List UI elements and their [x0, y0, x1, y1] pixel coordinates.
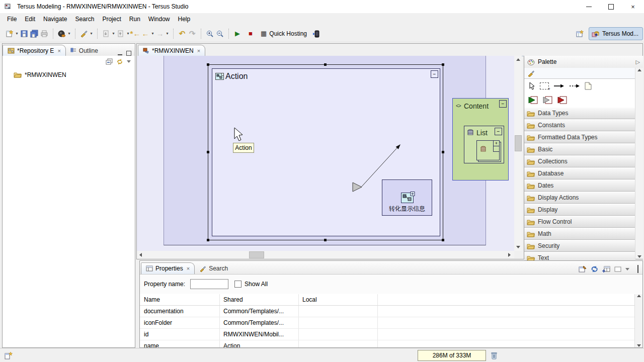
dotted-arrow-tool-icon[interactable]	[569, 83, 580, 88]
table-row-iconfolder[interactable]: iconFolder Common/Templates/...	[140, 317, 635, 329]
menu-edit[interactable]: Edit	[21, 14, 39, 24]
editor-horizontal-scrollbar[interactable]	[137, 251, 514, 258]
view-menu-icon[interactable]	[127, 60, 131, 63]
table-row-documentation[interactable]: documentation Common/Templates/...	[140, 306, 635, 317]
undo-icon[interactable]: ↶	[177, 28, 187, 39]
palette-category-display-actions[interactable]: Display Actions	[524, 192, 635, 204]
menu-window[interactable]: Window	[144, 14, 174, 24]
add-table-icon[interactable]	[602, 265, 610, 273]
open-perspective-icon[interactable]	[576, 30, 585, 38]
selection-handle[interactable]	[207, 151, 209, 153]
selection-handle[interactable]	[442, 63, 444, 66]
back-dropdown-icon[interactable]: ▾	[150, 31, 155, 36]
selection-handle[interactable]	[324, 63, 327, 66]
run-icon[interactable]: ▶	[232, 28, 243, 39]
minimize-button[interactable]	[578, 0, 600, 13]
perspective-tersus-modeling-button[interactable]: Tersus Mod...	[589, 27, 643, 40]
refresh-icon[interactable]	[116, 58, 123, 65]
show-columns-icon[interactable]	[614, 266, 621, 273]
tab-search[interactable]: Search	[195, 263, 232, 274]
list-inner-element[interactable]: +	[476, 140, 500, 160]
view-menu-icon[interactable]	[625, 268, 629, 270]
palette-category-flow-control[interactable]: Flow Control	[524, 216, 635, 228]
selection-handle[interactable]	[442, 239, 444, 241]
palette-active-tool-row[interactable]	[524, 68, 635, 79]
previous-annotation-icon[interactable]	[116, 28, 126, 39]
palette-category-basic[interactable]: Basic	[524, 143, 635, 155]
stop-icon[interactable]: ■	[246, 28, 256, 39]
refresh-view-icon[interactable]	[591, 265, 598, 273]
content-element[interactable]: <> Content − List −	[452, 98, 509, 180]
save-all-icon[interactable]	[29, 28, 39, 39]
exit-neutral-tool-icon[interactable]	[543, 96, 553, 104]
table-row-name[interactable]: name Action	[140, 340, 635, 347]
collapse-all-icon[interactable]	[106, 58, 113, 65]
menu-project[interactable]: Project	[98, 14, 125, 24]
pin-view-icon[interactable]	[579, 265, 587, 273]
back-icon[interactable]: ←	[140, 28, 150, 39]
maximize-button[interactable]	[600, 0, 622, 13]
menu-file[interactable]: File	[3, 14, 21, 24]
selection-handle[interactable]	[207, 239, 209, 241]
scroll-down-icon[interactable]	[514, 243, 522, 251]
scroll-left-icon[interactable]	[137, 251, 144, 258]
tab-close-icon[interactable]: ×	[57, 48, 60, 54]
note-tool-icon[interactable]	[585, 82, 592, 90]
next-annotation-dropdown-icon[interactable]: ▾	[111, 31, 116, 36]
selection-handle[interactable]	[324, 239, 327, 241]
exit-success-tool-icon[interactable]	[528, 96, 538, 104]
tab-properties[interactable]: Properties ×	[141, 262, 195, 274]
scrollbar-thumb[interactable]	[249, 251, 264, 258]
zoom-out-icon[interactable]	[215, 28, 225, 39]
palette-category-math[interactable]: Math	[524, 228, 635, 240]
last-edit-location-icon[interactable]: *←	[130, 28, 140, 39]
new-dropdown-icon[interactable]: ▾	[15, 31, 19, 36]
tab-repository-explorer[interactable]: *Repository E ×	[3, 45, 66, 56]
model-canvas[interactable]: Action − <> Content − List −	[137, 56, 514, 251]
palette-category-security[interactable]: Security	[524, 240, 635, 252]
redo-icon[interactable]: ↷	[187, 28, 197, 39]
view-minimize-icon[interactable]	[117, 50, 123, 56]
editor-vertical-scrollbar[interactable]	[514, 56, 522, 251]
table-row-id[interactable]: id RMWXINWEN/Mobil...	[140, 329, 635, 340]
view-maximize-icon[interactable]	[637, 265, 638, 273]
palette-scrollbar[interactable]	[635, 68, 643, 259]
scroll-right-icon[interactable]	[506, 251, 513, 258]
search-dropdown-icon[interactable]: ▾	[89, 31, 94, 36]
forward-icon[interactable]: →	[155, 28, 165, 39]
scroll-down-icon[interactable]	[637, 255, 641, 258]
scroll-up-icon[interactable]	[514, 56, 522, 63]
next-annotation-icon[interactable]	[101, 28, 111, 39]
column-header-name[interactable]: Name	[140, 294, 220, 305]
database-run-dropdown-icon[interactable]: ▾	[67, 31, 71, 36]
palette-category-dates[interactable]: Dates	[524, 179, 635, 192]
menu-search[interactable]: Search	[71, 14, 98, 24]
palette-category-formatted-data-types[interactable]: Formatted Data Types	[524, 131, 635, 143]
selection-handle[interactable]	[442, 151, 444, 153]
fast-view-icon[interactable]	[4, 351, 13, 359]
scrollbar-thumb[interactable]	[515, 135, 522, 151]
selection-handle[interactable]	[207, 63, 209, 66]
menu-navigate[interactable]: Navigate	[39, 14, 71, 24]
garbage-collect-button[interactable]	[489, 350, 499, 360]
print-icon[interactable]	[39, 28, 49, 39]
tab-outline[interactable]: Outline	[66, 45, 103, 56]
new-wizard-icon[interactable]	[5, 28, 15, 39]
quick-hosting-button[interactable]: ▦ Quick Hosting	[259, 29, 309, 38]
palette-category-database[interactable]: Database	[524, 167, 635, 179]
save-icon[interactable]	[19, 28, 29, 39]
list-element[interactable]: List − +	[464, 126, 504, 163]
editor-tab-rmwxinwen[interactable]: *RMWXINWEN ×	[138, 45, 205, 56]
tab-close-icon[interactable]: ×	[187, 265, 190, 272]
property-name-input[interactable]	[190, 279, 228, 289]
palette-category-constants[interactable]: Constants	[524, 119, 635, 131]
tree-item-rmwxinwen[interactable]: *RMWXINWEN	[3, 70, 135, 79]
scroll-up-icon[interactable]	[637, 295, 641, 297]
zoom-in-icon[interactable]	[205, 28, 215, 39]
transform-element[interactable]: 转化显示信息	[382, 179, 432, 216]
palette-category-collections[interactable]: Collections	[524, 155, 635, 167]
palette-pin-icon[interactable]: ▷	[636, 59, 640, 65]
show-all-checkbox[interactable]	[234, 281, 242, 288]
palette-category-display[interactable]: Display	[524, 204, 635, 216]
database-run-icon[interactable]	[57, 28, 67, 39]
